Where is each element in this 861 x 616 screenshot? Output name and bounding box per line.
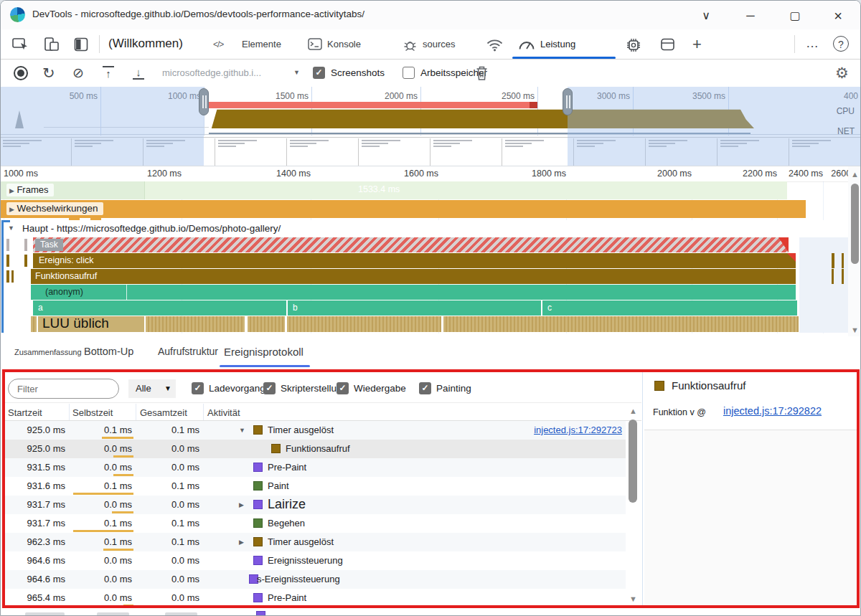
flame-scroll-down-icon[interactable]: ▼ <box>851 326 859 334</box>
activity-bar-icon[interactable] <box>74 37 90 55</box>
table-row[interactable]: 965.4 ms0.0 ms0.0 msPre-Paint <box>4 589 626 607</box>
ruler-tick-label: 1600 ms <box>404 169 438 179</box>
interactions-track-header[interactable]: ▶ Wechselwirkungen <box>6 202 103 215</box>
add-tab-plus-icon[interactable]: + <box>692 35 702 54</box>
table-row[interactable]: 964.6 ms0.0 ms0.0 msEreignissteuerung <box>4 551 626 570</box>
duration-dropdown[interactable]: Alle ▼ <box>128 379 176 398</box>
task-bar[interactable] <box>33 237 789 252</box>
layout-bar-segment[interactable] <box>146 316 245 332</box>
window-minimize-button[interactable]: ─ <box>740 6 761 25</box>
window-close-button[interactable]: × <box>827 6 849 25</box>
more-options-icon[interactable]: … <box>806 36 819 51</box>
screenshots-checkbox[interactable]: ✓ <box>313 67 325 79</box>
overview-right-handle[interactable] <box>563 88 573 115</box>
column-header-startzeit[interactable]: Startzeit <box>8 407 42 418</box>
settings-gear-icon[interactable]: ⚙ <box>835 65 849 80</box>
task-long-warning-triangle <box>778 237 789 252</box>
tab-leistung[interactable]: Leistung <box>510 29 618 59</box>
table-row[interactable]: 931.7 ms0.0 ms0.0 ms▶Lairize <box>4 496 626 514</box>
flame-bar-a[interactable]: a <box>33 300 286 316</box>
window-maximize-button[interactable]: ▢ <box>784 6 806 25</box>
column-header-aktivität[interactable]: Aktivität <box>207 407 240 418</box>
event-click-bar[interactable]: Ereignis: click <box>33 253 796 268</box>
details-source-link[interactable]: injected.js:17:292822 <box>723 405 822 417</box>
window-menu-chevron-icon[interactable]: ∨ <box>695 6 717 25</box>
activity-scroll-up-icon[interactable]: ▲ <box>629 407 637 415</box>
activity-scrollbar[interactable]: ▲ ▼ <box>626 404 640 607</box>
activity-category-swatch <box>253 500 263 509</box>
layout-bar-segment[interactable] <box>443 316 799 332</box>
column-header-selbstzeit[interactable]: Selbstzeit <box>72 407 113 418</box>
flame-bar-b[interactable]: b <box>288 300 541 316</box>
screenshot-thumbnail[interactable] <box>216 138 287 166</box>
activity-scrollbar-thumb[interactable] <box>629 420 637 503</box>
clear-icon[interactable]: ⊘ <box>72 66 84 80</box>
activity-scroll-down-icon[interactable]: ▼ <box>629 594 637 603</box>
interactions-expander-icon[interactable]: ▶ <box>9 206 14 213</box>
row-expander-icon[interactable]: ▼ <box>239 427 245 434</box>
layout-bar-segment[interactable] <box>287 316 441 332</box>
reload-record-icon[interactable]: ↻ <box>42 65 55 80</box>
row-expander-icon[interactable]: ▶ <box>239 539 244 546</box>
tab-willkommen[interactable]: (Willkommen) <box>108 37 183 51</box>
table-row[interactable]: 931.5 ms0.0 ms0.0 msPre-Paint <box>4 458 626 477</box>
interactions-track[interactable]: ▶ Wechselwirkungen <box>1 200 861 218</box>
download-profile-icon[interactable]: ↓ <box>133 66 144 80</box>
table-row[interactable]: 964.6 ms0.0 ms0.0 mss-Ereignissteuerung <box>4 570 626 589</box>
frames-track-header[interactable]: ▶ Frames <box>6 184 54 196</box>
flame-scrollbar-thumb[interactable] <box>851 184 859 264</box>
layout-bar-segment[interactable] <box>248 316 285 332</box>
row-expander-icon[interactable]: ▶ <box>239 501 244 508</box>
bottom-tab-2[interactable]: Bottom-Up <box>81 336 141 376</box>
trash-icon[interactable] <box>474 65 489 85</box>
function-call-bar[interactable]: Funktionsaufruf <box>31 269 796 284</box>
bottom-tab-4[interactable]: Ereignisprotokoll <box>221 336 311 376</box>
inspect-icon[interactable] <box>12 37 29 55</box>
column-header-gesamtzeit[interactable]: Gesamtzeit <box>140 407 187 418</box>
duration-dropdown-value: Alle <box>136 383 151 394</box>
filter-input[interactable]: Filter <box>8 379 119 399</box>
bottom-tab-3[interactable]: Aufrufstruktur <box>155 336 225 376</box>
table-row-partial[interactable] <box>4 610 641 616</box>
layout-panel-icon[interactable] <box>660 37 676 55</box>
cell-gesamtzeit: 0.1 ms <box>137 518 199 529</box>
profile-select-chevron-icon[interactable]: ▼ <box>293 69 300 76</box>
screenshot-thumbnail[interactable] <box>359 138 430 166</box>
main-thread-expander-icon[interactable]: ▼ <box>8 224 14 232</box>
anonymous-bar[interactable]: (anonym) <box>31 285 796 300</box>
table-row[interactable]: 962.3 ms0.1 ms0.1 ms▶Timer ausgelöst <box>4 533 626 551</box>
frames-track[interactable]: ▶ Frames 1533.4 ms <box>1 181 861 199</box>
device-emulation-icon[interactable] <box>44 37 61 55</box>
flame-scrollbar[interactable]: ▲ ▼ <box>848 166 861 338</box>
flame-scroll-up-icon[interactable]: ▲ <box>851 170 859 179</box>
table-row[interactable]: 931.6 ms0.1 ms0.1 msPaint <box>4 477 626 496</box>
memory-checkbox[interactable] <box>403 67 415 79</box>
overview-left-handle[interactable] <box>199 88 209 115</box>
flame-bar-c[interactable]: c <box>542 300 797 316</box>
tab-sources[interactable]: sources <box>423 39 456 49</box>
tab-konsole[interactable]: Konsole <box>327 39 361 49</box>
table-row[interactable]: 931.7 ms0.1 ms0.1 msBegehen <box>4 514 626 533</box>
timeline-overview[interactable]: 500 ms1000 ms1500 ms2000 ms2500 ms3000 m… <box>1 87 861 166</box>
screenshot-thumbnail[interactable] <box>431 138 502 166</box>
category-checkbox-2[interactable]: ✓ <box>263 382 276 394</box>
profile-select[interactable]: microsoftedge.github.i... <box>162 67 261 78</box>
upload-profile-icon[interactable]: ↑ <box>103 66 114 80</box>
table-row[interactable]: 925.0 ms0.1 ms0.1 ms▼Timer ausgelöstinje… <box>4 421 626 440</box>
record-button[interactable] <box>14 66 28 80</box>
table-row[interactable]: 925.0 ms0.0 ms0.0 msFunktionsaufruf <box>4 440 626 458</box>
tab-elemente[interactable]: Elemente <box>242 39 281 49</box>
category-checkbox-4[interactable]: ✓ <box>419 382 431 394</box>
category-checkbox-1[interactable]: ✓ <box>192 382 204 394</box>
category-checkbox-3[interactable]: ✓ <box>337 382 349 394</box>
network-wifi-icon[interactable] <box>486 38 504 55</box>
layout-bar-segment[interactable] <box>31 316 37 332</box>
activity-source-link[interactable]: injected.js:17:292723 <box>506 425 622 435</box>
main-thread-header[interactable]: ▼ Haupt - https://microsoftedge.github.i… <box>1 220 861 237</box>
frames-expander-icon[interactable]: ▶ <box>9 187 14 194</box>
screenshot-thumbnail[interactable] <box>288 138 359 166</box>
screenshot-thumbnail[interactable] <box>503 138 574 166</box>
help-icon[interactable]: ? <box>833 36 849 52</box>
layout-bar-segment[interactable]: LUU üblich <box>38 316 144 332</box>
chip-icon[interactable] <box>625 37 642 57</box>
